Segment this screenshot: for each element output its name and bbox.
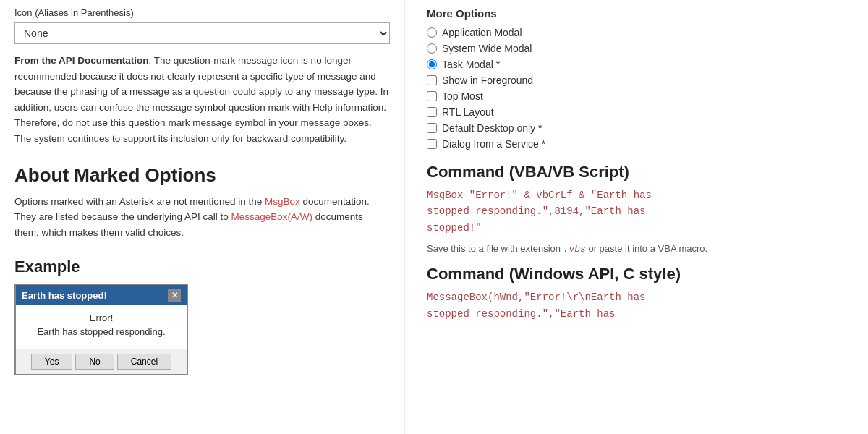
left-panel: Icon (Aliases in Parenthesis) None From … [0, 0, 405, 434]
checkbox-input-5[interactable] [427, 107, 437, 117]
option-label-7: Dialog from a Service * [442, 138, 545, 150]
dialog-title: Earth has stopped! [22, 290, 107, 301]
dialog-cancel-button[interactable]: Cancel [117, 354, 171, 370]
save-note: Save this to a file with extension .vbs … [427, 243, 854, 255]
checkbox-input-3[interactable] [427, 75, 437, 85]
more-options-heading: More Options [427, 7, 854, 20]
icon-dropdown[interactable]: None [14, 22, 390, 44]
option-label-1: System Wide Modal [442, 43, 532, 54]
checkbox-option-7: Dialog from a Service * [427, 138, 854, 150]
option-label-6: Default Desktop only * [442, 122, 542, 134]
vbs-extension: .vbs [563, 244, 586, 255]
dialog-titlebar: Earth has stopped! ✕ [16, 285, 187, 305]
checkbox-option-5: RTL Layout [427, 106, 854, 118]
dialog-body: Error! Earth has stopped responding. [16, 305, 187, 349]
about-heading: About Marked Options [14, 164, 390, 187]
dialog-close-button[interactable]: ✕ [168, 289, 181, 302]
command-api-code: MessageBox(hWnd,"Error!\r\nEarth has sto… [427, 289, 854, 322]
checkbox-input-6[interactable] [427, 123, 437, 133]
radio-input-2[interactable] [427, 59, 437, 69]
option-label-5: RTL Layout [442, 106, 494, 118]
icon-label: Icon (Aliases in Parenthesis) [14, 7, 390, 18]
messagebox-link[interactable]: MessageBox(A/W) [231, 211, 312, 222]
api-doc-bold: From the API Documentation [14, 55, 149, 66]
command-api-heading: Command (Windows API, C style) [427, 265, 854, 284]
save-note-pre: Save this to a file with extension [427, 243, 563, 254]
about-text-pre: Options marked with an Asterisk are not … [14, 196, 265, 207]
dialog-no-button[interactable]: No [75, 354, 114, 370]
example-dialog: Earth has stopped! ✕ Error! Earth has st… [14, 284, 188, 375]
dialog-yes-button[interactable]: Yes [31, 354, 73, 370]
option-label-3: Show in Foreground [442, 75, 533, 86]
api-doc-body: : The question-mark message icon is no l… [14, 55, 388, 144]
option-label-2: Task Modal * [442, 59, 500, 70]
save-note-post: or paste it into a VBA macro. [586, 243, 707, 254]
icon-dropdown-wrapper: None [14, 22, 390, 44]
options-section: Application ModalSystem Wide ModalTask M… [427, 27, 854, 150]
right-panel: More Options Application ModalSystem Wid… [405, 0, 868, 434]
about-text: Options marked with an Asterisk are not … [14, 194, 390, 241]
dialog-footer: Yes No Cancel [16, 349, 187, 374]
checkbox-input-7[interactable] [427, 139, 437, 149]
example-heading: Example [14, 258, 390, 276]
msgbox-link[interactable]: MsgBox [265, 196, 300, 207]
command-vba-code: MsgBox "Error!" & vbCrLf & "Earth has st… [427, 187, 854, 236]
radio-option-1: System Wide Modal [427, 43, 854, 54]
checkbox-input-4[interactable] [427, 91, 437, 101]
checkbox-option-6: Default Desktop only * [427, 122, 854, 134]
radio-option-0: Application Modal [427, 27, 854, 38]
radio-option-2: Task Modal * [427, 59, 854, 70]
option-label-4: Top Most [442, 90, 483, 102]
radio-input-1[interactable] [427, 43, 437, 54]
command-vba-heading: Command (VBA/VB Script) [427, 163, 854, 182]
option-label-0: Application Modal [442, 27, 522, 38]
checkbox-option-3: Show in Foreground [427, 75, 854, 86]
checkbox-option-4: Top Most [427, 90, 854, 102]
dialog-error-text: Earth has stopped responding. [27, 326, 175, 337]
dialog-error-label: Error! [27, 312, 175, 323]
api-doc-text: From the API Documentation: The question… [14, 53, 390, 147]
radio-input-0[interactable] [427, 27, 437, 38]
